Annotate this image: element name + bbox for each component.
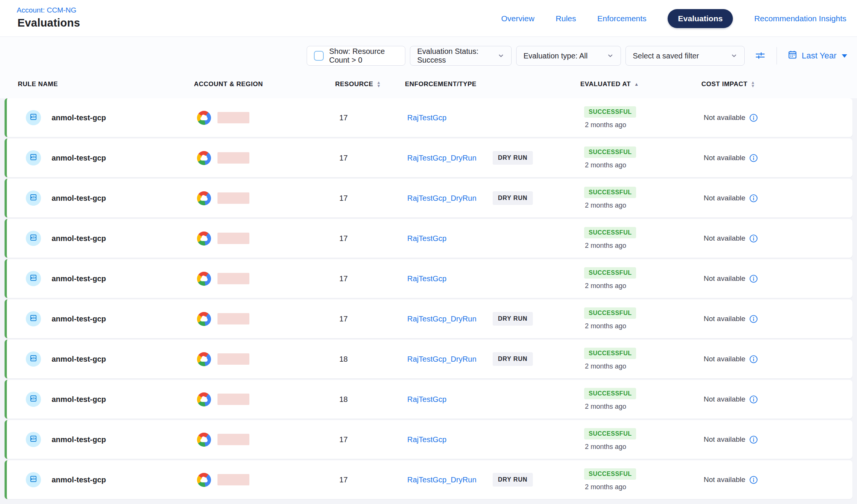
cost-impact-value: Not available <box>704 194 745 202</box>
evaluation-row[interactable]: </> anmol-test-gcp 17 RajTestGcp SUCCESS… <box>5 420 852 459</box>
evaluations-table-header: RULE NAME ACCOUNT & REGION RESOURCE ▲▼ E… <box>0 70 857 98</box>
rule-avatar: </> <box>26 150 41 165</box>
evaluation-row[interactable]: </> anmol-test-gcp 17 RajTestGcp SUCCESS… <box>5 219 852 258</box>
account-region-cell <box>197 460 249 499</box>
evaluated-ago: 2 months ago <box>584 322 626 330</box>
date-range-picker[interactable]: Last Year <box>788 50 847 62</box>
evaluated-ago: 2 months ago <box>584 161 626 169</box>
tab-recommendation-insights[interactable]: Recommendation Insights <box>754 14 846 23</box>
rule-name-cell: </> anmol-test-gcp <box>26 460 106 499</box>
redacted-account-name <box>217 192 249 204</box>
rule-name-cell: </> anmol-test-gcp <box>26 98 106 137</box>
info-icon[interactable] <box>749 154 758 162</box>
enforcement-link[interactable]: RajTestGcp <box>407 435 446 444</box>
account-breadcrumb-link[interactable]: Account: CCM-NG <box>17 6 76 14</box>
status-badge: SUCCESSFUL <box>584 348 636 359</box>
enforcement-link[interactable]: RajTestGcp <box>407 274 446 283</box>
svg-text:</>: </> <box>31 196 36 199</box>
redacted-account-name <box>217 474 249 485</box>
rule-avatar: </> <box>26 191 41 206</box>
evaluated-at-cell: SUCCESSFUL 2 months ago <box>584 299 636 338</box>
evaluated-ago: 2 months ago <box>584 202 626 209</box>
account-region-cell <box>197 98 249 137</box>
info-icon[interactable] <box>749 355 758 364</box>
status-badge: SUCCESSFUL <box>584 106 636 118</box>
resource-count-cell: 17 <box>328 259 359 298</box>
evaluation-type-value: Evaluation type: All <box>523 52 588 60</box>
gcp-cloud-icon <box>197 272 211 286</box>
resource-count: 17 <box>339 194 348 203</box>
evaluation-row[interactable]: </> anmol-test-gcp 17 RajTestGcp_DryRun … <box>5 299 852 338</box>
gcp-cloud-icon <box>197 151 211 165</box>
info-icon[interactable] <box>749 234 758 243</box>
evaluation-type-dropdown[interactable]: Evaluation type: All <box>516 46 621 66</box>
saved-filter-dropdown[interactable]: Select a saved filter <box>625 46 745 66</box>
evaluation-row[interactable]: </> anmol-test-gcp 17 RajTestGcp_DryRun … <box>5 460 852 499</box>
enforcement-link[interactable]: RajTestGcp_DryRun <box>407 355 476 364</box>
cost-impact-value: Not available <box>704 274 745 283</box>
evaluation-status-dropdown[interactable]: Evaluation Status: Success <box>410 46 512 66</box>
chevron-down-icon <box>607 52 614 59</box>
rule-avatar: </> <box>26 472 41 487</box>
account-region-cell <box>197 420 249 459</box>
tab-evaluations-active[interactable]: Evaluations <box>668 9 733 28</box>
rule-name-cell: </> anmol-test-gcp <box>26 179 106 217</box>
tab-rules[interactable]: Rules <box>556 14 576 23</box>
svg-text:</>: </> <box>31 477 36 481</box>
enforcement-link[interactable]: RajTestGcp <box>407 395 446 404</box>
dry-run-badge: DRY RUN <box>493 312 533 326</box>
evaluation-row[interactable]: </> anmol-test-gcp 18 RajTestGcp SUCCESS… <box>5 380 852 419</box>
enforcement-link[interactable]: RajTestGcp <box>407 113 446 122</box>
column-header-evaluated-at[interactable]: EVALUATED AT ▲ <box>580 80 639 88</box>
evaluated-ago: 2 months ago <box>584 282 626 290</box>
filter-settings-button[interactable] <box>755 50 766 62</box>
column-header-resource[interactable]: RESOURCE ▲▼ <box>335 80 381 88</box>
account-region-cell <box>197 340 249 378</box>
info-icon[interactable] <box>749 194 758 203</box>
enforcement-link[interactable]: RajTestGcp_DryRun <box>407 154 476 162</box>
redacted-account-name <box>217 353 249 365</box>
rule-script-icon: </> <box>29 274 38 284</box>
evaluation-row[interactable]: </> anmol-test-gcp 17 RajTestGcp SUCCESS… <box>5 259 852 298</box>
cost-impact-cell: Not available <box>704 460 758 499</box>
tab-enforcements[interactable]: Enforcements <box>597 14 647 23</box>
evaluated-at-cell: SUCCESSFUL 2 months ago <box>584 460 636 499</box>
resource-count-cell: 17 <box>328 420 359 459</box>
rule-name-cell: </> anmol-test-gcp <box>26 299 106 338</box>
enforcement-link[interactable]: RajTestGcp <box>407 234 446 243</box>
evaluated-at-cell: SUCCESSFUL 2 months ago <box>584 420 636 459</box>
evaluation-row[interactable]: </> anmol-test-gcp 17 RajTestGcp_DryRun … <box>5 179 852 217</box>
chevron-down-icon <box>498 52 504 59</box>
enforcement-link[interactable]: RajTestGcp_DryRun <box>407 476 476 484</box>
redacted-account-name <box>217 273 249 284</box>
enforcement-link[interactable]: RajTestGcp_DryRun <box>407 315 476 323</box>
dry-run-badge: DRY RUN <box>493 473 533 487</box>
svg-text:</>: </> <box>31 357 36 360</box>
info-icon[interactable] <box>749 435 758 444</box>
evaluation-row[interactable]: </> anmol-test-gcp 17 RajTestGcp SUCCESS… <box>5 98 852 137</box>
info-icon[interactable] <box>749 315 758 323</box>
evaluation-row[interactable]: </> anmol-test-gcp 18 RajTestGcp_DryRun … <box>5 340 852 378</box>
cost-impact-cell: Not available <box>704 420 758 459</box>
info-icon[interactable] <box>749 476 758 484</box>
info-icon[interactable] <box>749 274 758 283</box>
evaluation-row[interactable]: </> anmol-test-gcp 17 RajTestGcp_DryRun … <box>5 139 852 177</box>
info-icon[interactable] <box>749 395 758 404</box>
evaluated-at-cell: SUCCESSFUL 2 months ago <box>584 179 636 217</box>
gcp-cloud-icon <box>197 191 211 205</box>
status-badge: SUCCESSFUL <box>584 388 636 399</box>
column-header-cost-impact[interactable]: COST IMPACT ▲▼ <box>701 80 755 88</box>
resource-count-filter[interactable]: Show: Resource Count > 0 <box>307 46 405 66</box>
info-icon[interactable] <box>749 113 758 122</box>
rule-name-cell: </> anmol-test-gcp <box>26 219 106 258</box>
rule-script-icon: </> <box>29 475 38 485</box>
resource-count-checkbox[interactable] <box>314 51 324 61</box>
account-region-cell <box>197 380 249 419</box>
tab-overview[interactable]: Overview <box>501 14 535 23</box>
resource-count: 17 <box>339 315 348 323</box>
column-header-account-region: ACCOUNT & REGION <box>194 80 263 88</box>
rule-name: anmol-test-gcp <box>52 355 106 364</box>
dry-run-badge: DRY RUN <box>493 352 533 366</box>
enforcement-link[interactable]: RajTestGcp_DryRun <box>407 194 476 203</box>
cost-impact-cell: Not available <box>704 299 758 338</box>
